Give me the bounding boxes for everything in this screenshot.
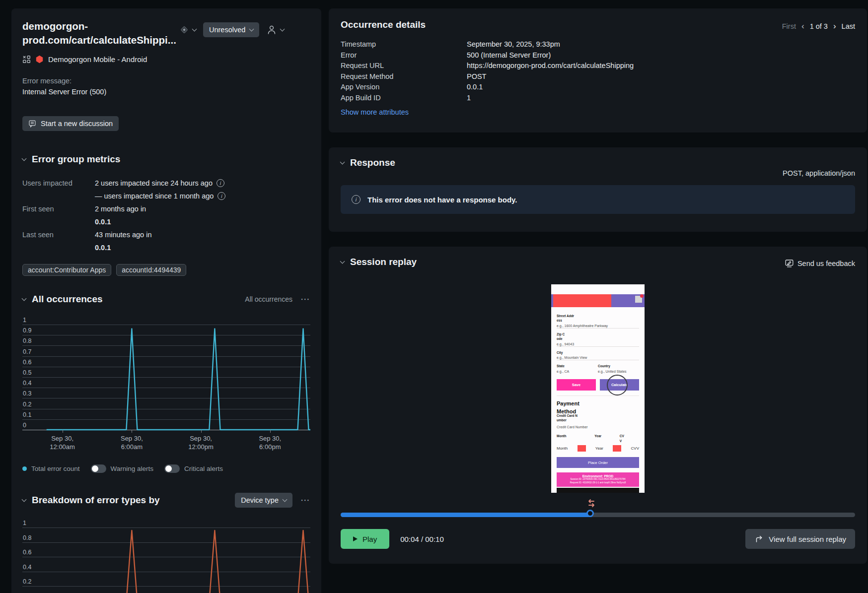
phone-nav-bar: [557, 488, 639, 493]
plot-area: 10.90.80.70.60.50.40.30.20.10Sep 30,12:0…: [22, 325, 310, 430]
replay-timecode: 00:04 / 00:10: [400, 535, 444, 543]
response-header: Response: [341, 157, 855, 168]
open-arrow-icon: [754, 534, 763, 543]
environment-line: Environment: PROD: [559, 474, 637, 478]
breakdown-menu-button[interactable]: ⋯: [300, 498, 310, 503]
occurrences-filter-label: All occurrences: [245, 295, 292, 303]
last-seen-label: Last seen: [22, 228, 95, 254]
cvv-label: CVV: [620, 434, 625, 443]
legend-critical-alerts: Critical alerts: [164, 464, 223, 473]
first-seen-label: First seen: [22, 202, 95, 228]
replay-scrubber[interactable]: [341, 513, 855, 517]
replay-timeline: [341, 513, 855, 517]
play-label: Play: [362, 535, 377, 543]
users-impacted-month: — users impacted since 1 month ago i: [95, 190, 225, 202]
status-dropdown[interactable]: Unresolved: [203, 22, 259, 37]
feedback-pencil-icon: [785, 259, 794, 268]
page-title: demogorgon- prod.com/cart/calculateShipp…: [22, 19, 179, 47]
collapse-chevron-icon[interactable]: [340, 160, 345, 165]
replay-controls: Play 00:04 / 00:10 View full session rep…: [341, 529, 855, 549]
row-value: https://demogorgon-prod.com/cart/calcula…: [467, 61, 634, 71]
device-type-label: Device type: [241, 496, 279, 504]
month-year-cvv-values: Month Year CVV: [557, 445, 639, 452]
legend-total-label: Total error count: [31, 465, 80, 472]
zip-input: e.g., 94043: [557, 341, 639, 347]
collapse-chevron-icon[interactable]: [22, 296, 27, 301]
legend-warning-label: Warning alerts: [111, 465, 154, 472]
chevron-down-icon: [249, 27, 254, 32]
street-input: e.g., 1600 Amphitheatre Parkway: [557, 323, 639, 329]
info-icon[interactable]: i: [217, 192, 225, 200]
view-full-replay-label: View full session replay: [769, 535, 846, 543]
chevron-down-icon: [283, 497, 288, 502]
assignee-selector[interactable]: [266, 24, 284, 35]
tag-account-id[interactable]: accountId:4494439: [116, 264, 186, 276]
row-label: Request URL: [341, 61, 467, 71]
phone-header: [551, 294, 645, 307]
row-label: Timestamp: [341, 39, 467, 50]
play-button[interactable]: Play: [341, 529, 389, 549]
page-title-line1: demogorgon-: [22, 19, 179, 33]
pagination-first[interactable]: First: [782, 22, 796, 30]
response-content-type: POST, application/json: [783, 169, 855, 177]
users-impacted-month-text: — users impacted since 1 month ago: [95, 190, 214, 202]
city-field: City e.g., Mountain View: [557, 350, 639, 360]
table-row: Error 500 (Internal Server Error): [341, 50, 855, 61]
save-calculate-row: Save Calculate: [557, 379, 639, 391]
month-year-cvv-labels: Month Year CVV: [557, 434, 639, 443]
x-axis-tick: [132, 430, 132, 433]
occurrences-menu-button[interactable]: ⋯: [300, 297, 310, 302]
pagination-last[interactable]: Last: [842, 22, 855, 30]
chart-legend: Total error count Warning alerts Critica…: [22, 464, 310, 473]
breakdown-chart: 10.80.60.40.20: [22, 520, 310, 593]
table-row: Timestamp September 30, 2025, 9:33pm: [341, 39, 855, 50]
error-message-label: Error message:: [22, 75, 310, 86]
collapse-chevron-icon[interactable]: [22, 497, 27, 502]
occurrences-section-header: All occurrences All occurrences ⋯: [22, 294, 310, 305]
first-seen-value: 2 months ago in: [95, 202, 146, 215]
collapse-chevron-icon[interactable]: [22, 156, 27, 161]
info-icon[interactable]: i: [217, 179, 224, 187]
environment-banner: Environment: PROD Session ID: 23790509-0…: [557, 472, 639, 487]
year-label: Year: [594, 434, 601, 443]
row-label: App Build ID: [341, 93, 467, 104]
send-feedback-button[interactable]: Send us feedback: [785, 259, 855, 268]
users-impacted-label: Users impacted: [22, 177, 95, 202]
response-empty-banner: i This error does not have a response bo…: [341, 185, 855, 214]
device-type-dropdown[interactable]: Device type: [235, 493, 292, 508]
scrubber-handle[interactable]: [586, 510, 594, 517]
priority-diamond-icon: [179, 25, 189, 35]
tag-account[interactable]: account:Contributor Apps: [22, 264, 111, 276]
collapse-chevron-icon[interactable]: [340, 259, 345, 264]
pagination-next-icon[interactable]: ›: [833, 21, 836, 31]
x-axis-label: Sep 30,6:00am: [104, 434, 159, 451]
row-value: September 30, 2025, 9:33pm: [467, 39, 560, 50]
phone-status-bar: [551, 284, 645, 294]
critical-alerts-toggle[interactable]: [164, 464, 180, 473]
row-value: POST: [467, 71, 486, 82]
zip-field: Zip Code e.g., 94043: [557, 332, 639, 347]
zip-label: Zip Code: [557, 332, 567, 341]
series-dot-icon: [22, 466, 27, 471]
warning-alerts-toggle[interactable]: [91, 464, 106, 473]
credit-card-input: Credit Card Number: [557, 424, 639, 429]
tap-indicator: [607, 375, 628, 395]
timeline-event-swap-arrows-icon[interactable]: [586, 499, 596, 508]
month-value: Month: [557, 446, 568, 451]
request-id-line: Request ID: 4318X02-29-1-1 anti-loop9 29…: [559, 481, 637, 485]
credit-card-label: Credit Card Number: [557, 413, 579, 423]
play-icon: [353, 536, 358, 541]
start-discussion-button[interactable]: Start a new discussion: [22, 116, 119, 131]
metric-row-first-seen: First seen 2 months ago in 0.0.1: [22, 202, 310, 228]
occurrence-pagination: First ‹ 1 of 3 › Last: [782, 21, 855, 31]
occurrence-details-table: Timestamp September 30, 2025, 9:33pm Err…: [341, 39, 855, 103]
x-axis-tick: [63, 430, 63, 433]
discussion-bubble-icon: [28, 120, 36, 128]
occurrence-column: Occurrence details First ‹ 1 of 3 › Last…: [329, 8, 867, 564]
show-more-attributes-link[interactable]: Show more attributes: [341, 108, 409, 116]
start-discussion-label: Start a new discussion: [41, 120, 113, 128]
priority-selector[interactable]: [179, 25, 196, 35]
view-full-replay-button[interactable]: View full session replay: [745, 529, 855, 549]
pagination-prev-icon[interactable]: ‹: [801, 21, 804, 31]
street-field: Street Address e.g., 1600 Amphitheatre P…: [557, 314, 639, 329]
